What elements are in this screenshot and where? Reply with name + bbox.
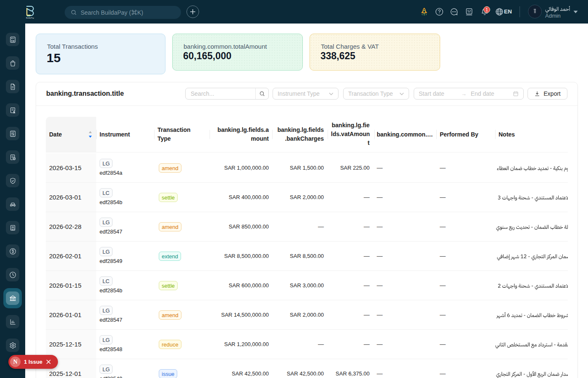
svg-text:BuildaPay: BuildaPay — [26, 17, 34, 19]
